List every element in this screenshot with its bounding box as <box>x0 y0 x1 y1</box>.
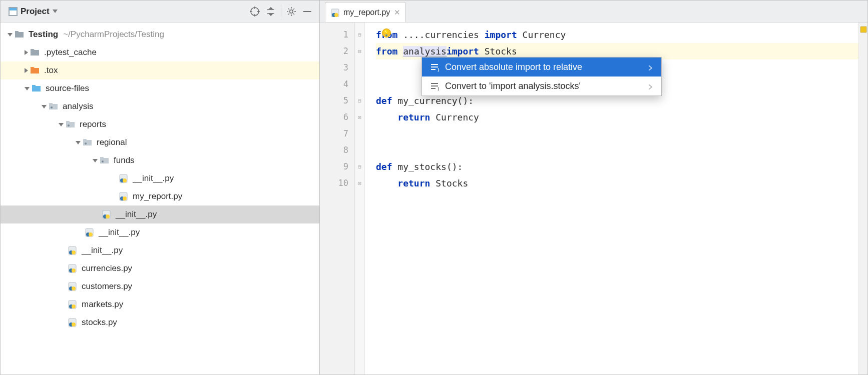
error-stripe[interactable] <box>858 22 867 374</box>
chevron-down-icon[interactable] <box>25 87 30 90</box>
fold-marker-icon[interactable]: ⊟ <box>355 158 364 175</box>
line-number[interactable]: 2 <box>320 43 348 60</box>
tree-node-label: analysis <box>63 102 93 112</box>
tree-node-label: funds <box>114 156 135 166</box>
python-file-icon <box>102 210 112 220</box>
close-icon[interactable]: ✕ <box>394 8 400 17</box>
tree-node-my-report[interactable]: my_report.py <box>1 188 319 206</box>
intention-label: Convert absolute import to relative <box>445 62 582 72</box>
chevron-down-icon[interactable] <box>8 33 13 36</box>
package-icon <box>49 102 59 112</box>
excluded-folder-icon <box>30 66 40 76</box>
tree-node-path: ~/PycharmProjects/Testing <box>63 30 164 40</box>
line-number[interactable]: 4 <box>320 76 348 92</box>
target-icon <box>250 6 260 16</box>
code-line[interactable]: def my_stocks(): <box>376 158 858 175</box>
tree-node-analysis-init[interactable]: __init__.py <box>1 242 319 260</box>
chevron-right-icon[interactable] <box>25 68 28 73</box>
collapse-icon <box>266 6 276 16</box>
tree-node-label: .tox <box>44 66 58 76</box>
code-line[interactable] <box>376 126 858 142</box>
tree-node-pytest-cache[interactable]: .pytest_cache <box>1 44 319 62</box>
python-file-icon <box>119 174 129 184</box>
chevron-down-icon[interactable] <box>76 141 81 144</box>
package-icon <box>83 138 93 148</box>
package-icon <box>100 156 110 166</box>
fold-end-icon[interactable]: ⊡ <box>355 175 364 192</box>
tree-node-currencies[interactable]: currencies.py <box>1 260 319 278</box>
project-view-selector[interactable]: Project <box>5 4 62 18</box>
tree-node-regional[interactable]: regional <box>1 134 319 152</box>
line-number-gutter[interactable]: 1 2 3 4 5 6 7 8 9 10 <box>320 22 355 374</box>
line-number[interactable]: 3 <box>320 60 348 76</box>
tree-node-analysis[interactable]: analysis <box>1 98 319 116</box>
line-number[interactable]: 10 <box>320 175 348 192</box>
line-number[interactable]: 1 <box>320 26 348 43</box>
fold-end-icon[interactable]: ⊡ <box>355 109 364 126</box>
chevron-down-icon[interactable] <box>93 159 98 162</box>
gear-icon <box>286 6 296 16</box>
intention-bulb-icon[interactable]: 💡 <box>382 28 391 38</box>
line-number[interactable]: 7 <box>320 126 348 142</box>
fold-marker-icon[interactable]: ⊟ <box>355 92 364 109</box>
tree-node-funds-init[interactable]: __init__.py <box>1 170 319 188</box>
code-line[interactable]: return Stocks <box>376 175 858 192</box>
chevron-down-icon <box>53 10 58 13</box>
editor-tab-label: my_report.py <box>343 8 390 17</box>
chevron-right-icon[interactable] <box>25 50 28 55</box>
tree-node-label: __init__.py <box>116 210 157 220</box>
tree-node-tox[interactable]: .tox <box>1 62 319 80</box>
tree-node-project-root[interactable]: Testing ~/PycharmProjects/Testing <box>1 26 319 44</box>
line-number[interactable]: 5 <box>320 92 348 109</box>
python-file-icon <box>330 8 339 17</box>
fold-marker-icon[interactable]: ⊟ <box>355 26 364 43</box>
chevron-right-icon <box>647 82 653 90</box>
tree-node-regional-init[interactable]: __init__.py <box>1 206 319 224</box>
source-folder-icon <box>32 84 42 94</box>
folder-icon <box>15 30 25 40</box>
chevron-right-icon <box>647 64 653 70</box>
intention-convert-relative[interactable]: Convert absolute import to relative <box>422 58 661 76</box>
project-icon <box>9 7 18 16</box>
editor-tab-my-report[interactable]: my_report.py ✕ <box>325 2 406 22</box>
fold-marker-icon[interactable]: ⊟ <box>355 43 364 60</box>
code-line[interactable]: return Currency <box>376 109 858 126</box>
tree-node-stocks[interactable]: stocks.py <box>1 314 319 332</box>
tree-node-reports[interactable]: reports <box>1 116 319 134</box>
tree-node-label: __init__.py <box>99 228 140 238</box>
tree-node-label: __init__.py <box>133 174 174 184</box>
intention-convert-import[interactable]: Convert to 'import analysis.stocks' <box>422 76 661 96</box>
tree-node-label: stocks.py <box>82 318 117 328</box>
tree-node-label: __init__.py <box>82 246 123 256</box>
python-file-icon <box>85 228 95 238</box>
line-number[interactable]: 9 <box>320 158 348 175</box>
project-tool-header: Project <box>1 0 319 22</box>
intention-label: Convert to 'import analysis.stocks' <box>445 81 581 92</box>
tree-node-customers[interactable]: customers.py <box>1 278 319 296</box>
tree-node-funds[interactable]: funds <box>1 152 319 170</box>
intention-icon <box>430 62 439 72</box>
tree-node-markets[interactable]: markets.py <box>1 296 319 314</box>
tree-node-label: source-files <box>46 84 89 94</box>
collapse-all-button[interactable] <box>263 4 279 20</box>
minimize-icon <box>302 6 312 16</box>
tree-node-source-files[interactable]: source-files <box>1 80 319 98</box>
chevron-down-icon[interactable] <box>59 123 64 126</box>
warning-marker-icon[interactable] <box>860 26 866 32</box>
line-number[interactable]: 8 <box>320 142 348 158</box>
code-line[interactable]: from ....currencies import Currency <box>376 26 858 43</box>
code-line[interactable] <box>376 142 858 158</box>
chevron-down-icon[interactable] <box>42 105 47 108</box>
hide-toolwindow-button[interactable] <box>299 4 315 20</box>
fold-gutter[interactable]: ⊟ ⊟ ⊟ ⊡ ⊟ ⊡ <box>355 22 365 374</box>
python-file-icon <box>68 318 78 328</box>
tree-node-reports-init[interactable]: __init__.py <box>1 224 319 242</box>
folder-icon <box>30 48 40 58</box>
toolbar-divider <box>281 6 281 18</box>
settings-button[interactable] <box>283 4 299 20</box>
intention-icon <box>430 82 439 90</box>
line-number[interactable]: 6 <box>320 109 348 126</box>
scroll-from-source-button[interactable] <box>247 4 263 20</box>
python-file-icon <box>119 192 129 202</box>
project-tree[interactable]: Testing ~/PycharmProjects/Testing .pytes… <box>1 22 319 374</box>
